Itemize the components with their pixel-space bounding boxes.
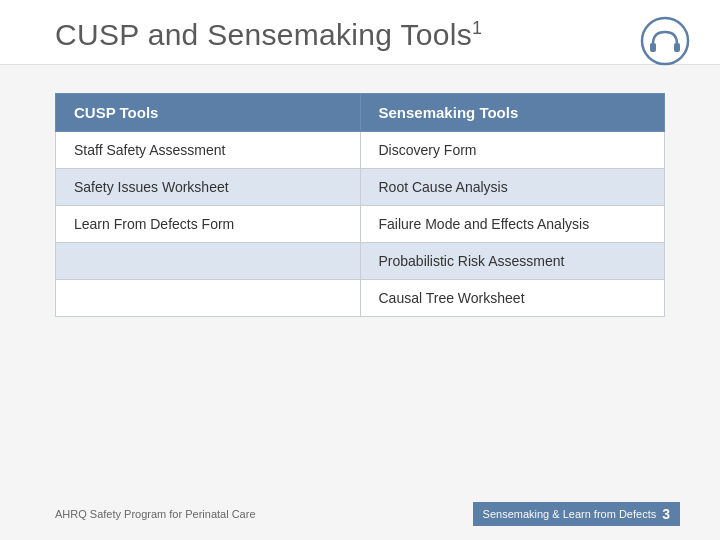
footer-right: Sensemaking & Learn from Defects 3 [473,502,680,526]
cell-sense-2: Root Cause Analysis [360,169,665,206]
table-row: Learn From Defects Form Failure Mode and… [56,206,665,243]
table-row: Causal Tree Worksheet [56,280,665,317]
logo-icon [640,16,690,66]
cell-sense-4: Probabilistic Risk Assessment [360,243,665,280]
page-container: CUSP and Sensemaking Tools1 CUSP Tools S… [0,0,720,540]
table-row: Safety Issues Worksheet Root Cause Analy… [56,169,665,206]
cell-cusp-1: Staff Safety Assessment [56,132,361,169]
page-number: 3 [662,506,670,522]
page-title: CUSP and Sensemaking Tools1 [55,18,680,52]
svg-rect-2 [674,43,680,52]
footer: AHRQ Safety Program for Perinatal Care S… [0,502,720,526]
col1-header: CUSP Tools [56,94,361,132]
title-text: CUSP and Sensemaking Tools [55,18,472,51]
svg-rect-1 [650,43,656,52]
table-row: Probabilistic Risk Assessment [56,243,665,280]
title-superscript: 1 [472,18,482,38]
cell-cusp-3: Learn From Defects Form [56,206,361,243]
footer-right-text: Sensemaking & Learn from Defects [483,508,657,520]
col2-header: Sensemaking Tools [360,94,665,132]
cell-cusp-2: Safety Issues Worksheet [56,169,361,206]
header-area: CUSP and Sensemaking Tools1 [0,0,720,65]
table-row: Staff Safety Assessment Discovery Form [56,132,665,169]
cell-cusp-4 [56,243,361,280]
tools-table: CUSP Tools Sensemaking Tools Staff Safet… [55,93,665,317]
cell-cusp-5 [56,280,361,317]
cell-sense-3: Failure Mode and Effects Analysis [360,206,665,243]
cell-sense-1: Discovery Form [360,132,665,169]
content-area: CUSP Tools Sensemaking Tools Staff Safet… [0,65,720,327]
footer-left-text: AHRQ Safety Program for Perinatal Care [55,508,256,520]
svg-point-0 [642,18,688,64]
cell-sense-5: Causal Tree Worksheet [360,280,665,317]
